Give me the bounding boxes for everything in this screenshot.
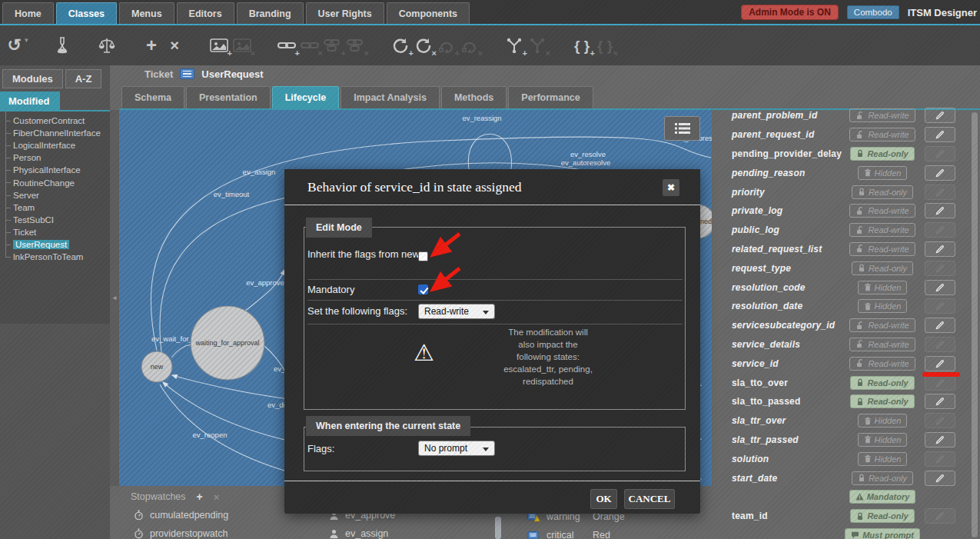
- nav-tab-home[interactable]: Home: [2, 2, 54, 24]
- image-add-icon[interactable]: +: [208, 32, 231, 59]
- servicesubcategory_id-edit-button[interactable]: [925, 318, 955, 333]
- resolution_code-edit-button[interactable]: [925, 280, 955, 295]
- sidebar-item-userrequest[interactable]: UserRequest: [0, 238, 110, 251]
- mandatory-checkbox[interactable]: [418, 284, 428, 294]
- sla_ttr_passed-edit-button[interactable]: [925, 432, 955, 448]
- sidebar-splitter[interactable]: ◄: [110, 110, 119, 486]
- diagram-menu-button[interactable]: [664, 116, 700, 141]
- flags-select[interactable]: No prompt: [418, 441, 495, 456]
- sidebar-item-team[interactable]: Team: [0, 201, 110, 214]
- sidebar-item-server[interactable]: Server: [0, 189, 110, 201]
- flag-badge-column: Read-only: [849, 394, 915, 408]
- pending_provider_delay-edit-button[interactable]: [925, 146, 955, 161]
- transition-item-ev_assign[interactable]: ev_assign: [329, 528, 388, 539]
- sidebar-item-fiberchannelinterface[interactable]: FiberChannelInterface: [0, 127, 110, 139]
- transition-label: ev_autoresolve: [561, 158, 610, 167]
- tab-methods[interactable]: Methods: [441, 86, 507, 108]
- state-node-new[interactable]: new: [141, 351, 172, 382]
- cancel-button[interactable]: CANCEL: [624, 489, 675, 509]
- sidebar-item-customercontract[interactable]: CustomerContract: [0, 115, 110, 127]
- nav-tab-editors[interactable]: Editors: [177, 2, 234, 24]
- flag-badge-column: Read-only: [849, 147, 915, 161]
- stopwatch-item-providerstopwatch[interactable]: providerstopwatch: [134, 528, 228, 539]
- braces-add-icon[interactable]: { }+: [570, 32, 593, 59]
- private_log-edit-button[interactable]: [925, 203, 955, 218]
- threshold-item-critical[interactable]: criticalRed: [527, 530, 610, 539]
- flag-badge-read-write: Read-write: [849, 242, 915, 256]
- undo-icon[interactable]: ↺▾: [6, 32, 29, 59]
- flag-badge-read-only: Read-only: [850, 509, 914, 523]
- field-name: resolution_code: [732, 282, 806, 293]
- solution-edit-button[interactable]: [925, 451, 955, 467]
- stopwatch-add-icon[interactable]: +: [197, 491, 203, 503]
- class-tree: CustomerContractFiberChannelInterfaceLog…: [0, 111, 110, 324]
- sidebar-item-label: CustomerContract: [13, 116, 85, 125]
- nav-tab-user-rights[interactable]: User Rights: [306, 2, 384, 24]
- sidebar-tab-modules[interactable]: Modules: [2, 69, 63, 88]
- flag-badge-column: Hidden: [849, 433, 915, 447]
- inherit-checkbox[interactable]: [418, 251, 428, 261]
- breadcrumb-parent-class[interactable]: Ticket: [145, 68, 173, 80]
- start_date-edit-button[interactable]: [925, 471, 955, 486]
- sla_tto_passed-edit-button[interactable]: [925, 394, 955, 409]
- branch-add-icon[interactable]: +: [503, 32, 526, 59]
- transition-label: ev_reassign: [462, 114, 501, 122]
- sidebar-tab-modified[interactable]: Modified: [0, 91, 60, 110]
- cycle-remove-icon[interactable]: ×: [412, 32, 435, 59]
- close-icon[interactable]: ✖: [663, 179, 679, 196]
- public_log-edit-button[interactable]: [925, 222, 955, 238]
- tab-presentation[interactable]: Presentation: [186, 86, 271, 108]
- tab-impact-analysis[interactable]: Impact Analysis: [341, 86, 440, 108]
- cycle-add-icon[interactable]: +: [389, 32, 412, 59]
- sidebar-item-physicalinterface[interactable]: PhysicalInterface: [0, 164, 110, 176]
- sla_tto_over-edit-button[interactable]: [925, 375, 955, 391]
- flag-badge-column: Read-only: [849, 509, 915, 523]
- add-icon[interactable]: +: [140, 32, 163, 59]
- resolution_date-edit-button[interactable]: [925, 298, 955, 314]
- stopwatch-item-cumulatedpending[interactable]: cumulatedpending: [134, 510, 228, 521]
- priority-edit-button[interactable]: [925, 185, 955, 200]
- request_type-edit-button[interactable]: [925, 261, 955, 276]
- transitions-scrollbar[interactable]: [495, 517, 501, 539]
- sidebar-item-label: Team: [13, 203, 35, 212]
- fields-scrollbar[interactable]: [972, 112, 978, 537]
- sidebar-tab-az[interactable]: A-Z: [65, 69, 102, 88]
- tab-performance[interactable]: Performance: [508, 86, 593, 108]
- sidebar-item-lnkpersontoteam[interactable]: lnkPersonToTeam: [0, 251, 110, 263]
- transition-label: ev_approve: [246, 278, 284, 287]
- stopwatch-label: cumulatedpending: [150, 510, 228, 521]
- sidebar-item-logicalinterface[interactable]: LogicalInterface: [0, 139, 110, 151]
- undo-caret-icon[interactable]: ▾: [25, 36, 28, 44]
- nav-tab-components[interactable]: Components: [387, 2, 470, 24]
- field-row-service_id: service_idRead-write: [726, 354, 971, 373]
- field-name: related_request_list: [732, 244, 822, 255]
- ok-button[interactable]: OK: [590, 489, 617, 509]
- sidebar-item-ticket[interactable]: Ticket: [0, 226, 110, 238]
- tab-lifecycle[interactable]: Lifecycle: [272, 86, 340, 108]
- field-row-pending_provider_delay: pending_provider_delayRead-only: [726, 145, 971, 164]
- nav-tab-classes[interactable]: Classes: [56, 2, 117, 24]
- sla_ttr_over-edit-button[interactable]: [925, 413, 955, 428]
- state-node-waiting_for_approval[interactable]: waiting_for_approval: [191, 306, 264, 380]
- scales-icon[interactable]: [95, 32, 118, 59]
- nav-tab-branding[interactable]: Branding: [237, 2, 304, 24]
- tab-schema[interactable]: Schema: [121, 86, 184, 108]
- sidebar-item-routinechange[interactable]: RoutineChange: [0, 176, 110, 188]
- parent_request_id-edit-button[interactable]: [925, 127, 955, 142]
- service_id-edit-button[interactable]: [925, 356, 955, 371]
- link-add-icon[interactable]: +: [275, 32, 298, 59]
- service_details-edit-button[interactable]: [925, 337, 955, 352]
- flask-icon[interactable]: [51, 32, 74, 59]
- sidebar-item-person[interactable]: Person: [0, 151, 110, 164]
- parent_problem_id-edit-button[interactable]: [925, 108, 955, 123]
- sidebar-item-testsubci[interactable]: TestSubCI: [0, 214, 110, 226]
- nav-tab-menus[interactable]: Menus: [119, 2, 174, 24]
- pending_reason-edit-button[interactable]: [925, 165, 955, 181]
- flag-badge-column: Hidden: [849, 414, 915, 428]
- set-flags-select[interactable]: Read-write: [418, 304, 495, 319]
- delete-icon[interactable]: ×: [163, 32, 186, 59]
- stopwatch-delete-icon[interactable]: ×: [214, 491, 220, 503]
- related_request_list-edit-button[interactable]: [925, 241, 955, 257]
- team_id-edit-button[interactable]: [925, 508, 955, 524]
- sidebar-item-label: LogicalInterface: [13, 141, 75, 150]
